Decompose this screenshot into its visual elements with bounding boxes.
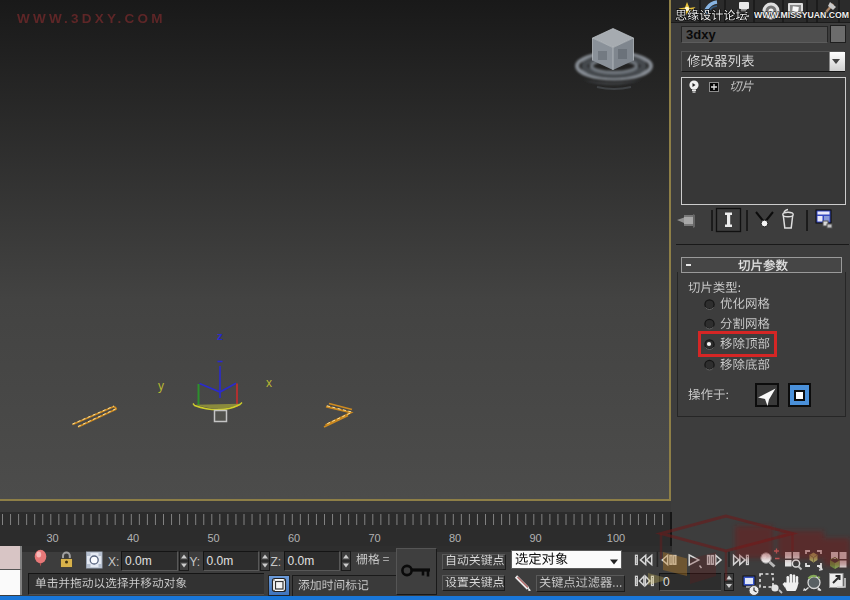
svg-text:z: z xyxy=(217,330,223,342)
svg-text:WWW.MISSYUAN.COM: WWW.MISSYUAN.COM xyxy=(754,10,849,20)
svg-text:y: y xyxy=(158,379,164,393)
svg-text:x: x xyxy=(266,376,272,390)
